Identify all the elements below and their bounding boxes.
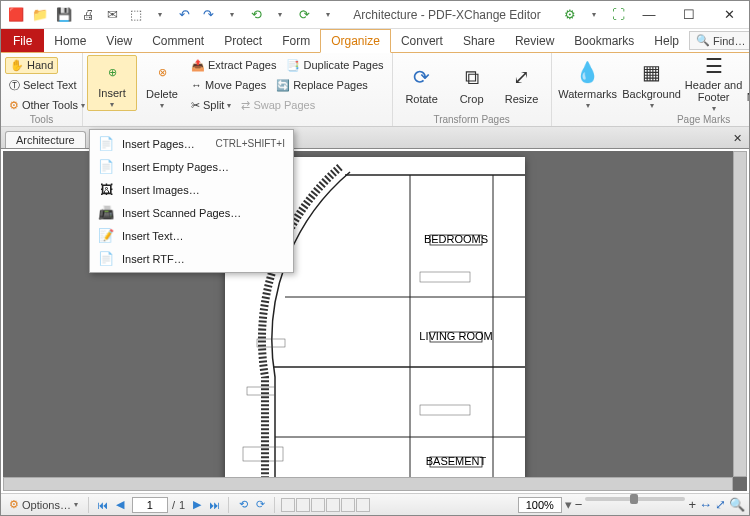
open-icon[interactable]: 📁: [29, 4, 51, 26]
tab-review[interactable]: Review: [505, 29, 564, 52]
prev-page-icon[interactable]: ◀: [112, 498, 128, 511]
zoom-drop[interactable]: ▾: [565, 497, 572, 513]
swap-icon: ⇄: [241, 99, 250, 112]
resize-icon: ⤢: [508, 63, 536, 91]
horizontal-scrollbar[interactable]: [3, 477, 733, 491]
crop-button[interactable]: ⧉Crop: [447, 55, 497, 111]
document-tab[interactable]: Architecture: [5, 131, 86, 148]
text-file-icon: 📝: [98, 228, 114, 244]
maximize-button[interactable]: ☐: [669, 1, 709, 29]
fit-width-icon[interactable]: ↔: [699, 497, 712, 513]
next-page-icon[interactable]: ▶: [189, 498, 205, 511]
room-label: LIVING ROOM: [419, 330, 492, 342]
resize-button[interactable]: ⤢Resize: [497, 55, 547, 111]
minimize-button[interactable]: —: [629, 1, 669, 29]
delete-button[interactable]: ⊗ Delete▾: [137, 55, 187, 111]
extract-icon: 📤: [191, 59, 205, 72]
room-label: BASEMENT: [426, 455, 487, 467]
duplicate-icon: 📑: [286, 59, 300, 72]
select-text-tool[interactable]: ⓉSelect Text: [5, 77, 81, 94]
extract-pages[interactable]: 📤Extract Pages: [187, 58, 280, 73]
group-transform-label: Transform Pages: [393, 114, 551, 125]
zoom-slider[interactable]: [585, 497, 685, 501]
close-button[interactable]: ✕: [709, 1, 749, 29]
vertical-scrollbar[interactable]: [733, 151, 747, 477]
tab-comment[interactable]: Comment: [142, 29, 214, 52]
menu-insert-rtf[interactable]: 📄Insert RTF…: [92, 247, 291, 270]
svg-rect-10: [420, 272, 470, 282]
options-button[interactable]: ⚙Options…▾: [5, 497, 82, 512]
print-icon[interactable]: 🖨: [77, 4, 99, 26]
menu-insert-images[interactable]: 🖼Insert Images…: [92, 178, 291, 201]
menu-insert-empty-pages[interactable]: 📄Insert Empty Pages…: [92, 155, 291, 178]
room-label: BEDROOMS: [424, 233, 488, 245]
save-icon[interactable]: 💾: [53, 4, 75, 26]
nav-back-icon[interactable]: ⟲: [245, 4, 267, 26]
tab-home[interactable]: Home: [44, 29, 96, 52]
page-add-icon: 📄: [98, 136, 114, 152]
undo-icon[interactable]: ↶: [173, 4, 195, 26]
menu-insert-pages[interactable]: 📄Insert Pages…CTRL+SHIFT+I: [92, 132, 291, 155]
fullscreen-icon[interactable]: ⛶: [607, 4, 629, 26]
tab-convert[interactable]: Convert: [391, 29, 453, 52]
gear-icon: ⚙: [9, 498, 19, 511]
gear-icon: ⚙: [9, 99, 19, 112]
background-icon: ▦: [638, 58, 666, 86]
first-page-icon[interactable]: ⏮: [95, 499, 111, 511]
rotate-button[interactable]: ⟳Rotate: [397, 55, 447, 111]
zoom-in-icon[interactable]: +: [688, 497, 696, 513]
tab-bookmarks[interactable]: Bookmarks: [564, 29, 644, 52]
qat-dropdown[interactable]: ▾: [149, 4, 171, 26]
history-back-icon[interactable]: ⟲: [235, 498, 251, 511]
insert-icon: ⊕: [108, 66, 117, 78]
svg-rect-11: [420, 405, 470, 415]
email-icon[interactable]: ✉: [101, 4, 123, 26]
app-icon: 🟥: [5, 4, 27, 26]
last-page-icon[interactable]: ⏭: [206, 499, 222, 511]
tab-help[interactable]: Help: [644, 29, 689, 52]
find-icon: 🔍: [696, 34, 710, 47]
menu-insert-text[interactable]: 📝Insert Text…: [92, 224, 291, 247]
duplicate-pages[interactable]: 📑Duplicate Pages: [282, 58, 387, 73]
insert-button[interactable]: ⊕ Insert▾: [87, 55, 137, 111]
file-menu[interactable]: File: [1, 29, 44, 52]
nav-fwd-icon[interactable]: ⟳: [293, 4, 315, 26]
history-fwd-icon[interactable]: ⟳: [252, 498, 268, 511]
tab-protect[interactable]: Protect: [214, 29, 272, 52]
ui-options-drop[interactable]: ▾: [583, 4, 605, 26]
header-footer-button[interactable]: ☰Header and Footer▾: [684, 55, 744, 111]
fit-page-icon[interactable]: ⤢: [715, 497, 726, 513]
split-pages[interactable]: ✂Split▾: [187, 98, 235, 113]
find-button[interactable]: 🔍Find…: [689, 31, 750, 50]
bates-button[interactable]: #Bates Numbering▾: [744, 55, 750, 111]
qat-dropdown-2[interactable]: ▾: [221, 4, 243, 26]
zoom-actual-icon[interactable]: 🔍: [729, 497, 745, 513]
tab-organize[interactable]: Organize: [320, 29, 391, 53]
zoom-input[interactable]: [518, 497, 562, 513]
replace-pages[interactable]: 🔄Replace Pages: [272, 78, 372, 93]
background-button[interactable]: ▦Background▾: [620, 55, 684, 111]
nav-fwd-drop[interactable]: ▾: [317, 4, 339, 26]
swap-pages: ⇄Swap Pages: [237, 98, 319, 113]
rtf-file-icon: 📄: [98, 251, 114, 267]
tabs-close-button[interactable]: ✕: [727, 128, 747, 148]
menu-insert-scanned[interactable]: 📠Insert Scanned Pages…: [92, 201, 291, 224]
ui-options-icon[interactable]: ⚙: [559, 4, 581, 26]
tab-view[interactable]: View: [96, 29, 142, 52]
rotate-icon: ⟳: [408, 63, 436, 91]
insert-dropdown-menu: 📄Insert Pages…CTRL+SHIFT+I 📄Insert Empty…: [89, 129, 294, 273]
header-footer-icon: ☰: [700, 55, 728, 77]
page-layout-icons[interactable]: [281, 498, 370, 512]
move-icon: ↔: [191, 79, 202, 91]
hand-tool[interactable]: ✋Hand: [5, 57, 58, 74]
redo-icon[interactable]: ↷: [197, 4, 219, 26]
tab-share[interactable]: Share: [453, 29, 505, 52]
move-pages[interactable]: ↔Move Pages: [187, 78, 270, 92]
other-tools[interactable]: ⚙Other Tools▾: [5, 98, 89, 113]
page-number-input[interactable]: [132, 497, 168, 513]
nav-back-drop[interactable]: ▾: [269, 4, 291, 26]
watermarks-button[interactable]: 💧Watermarks▾: [556, 55, 620, 111]
tab-form[interactable]: Form: [272, 29, 320, 52]
scan-icon[interactable]: ⬚: [125, 4, 147, 26]
zoom-out-icon[interactable]: −: [575, 497, 583, 513]
